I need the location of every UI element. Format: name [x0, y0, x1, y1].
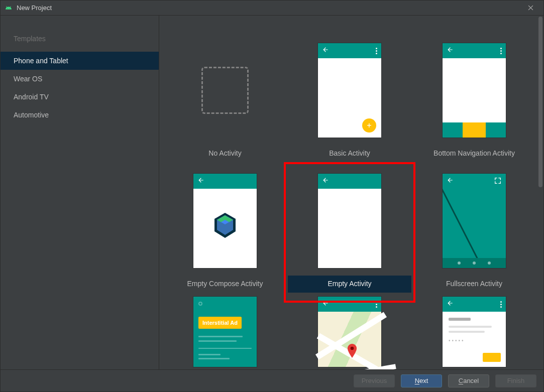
template-google-maps[interactable]: [288, 297, 411, 367]
sidebar-item-android-tv[interactable]: Android TV: [1, 88, 159, 106]
action-button-icon: [483, 353, 501, 362]
phone-preview: Interstitial Ad: [193, 297, 257, 367]
jetpack-compose-icon: [212, 212, 238, 241]
overflow-menu-icon: [376, 48, 377, 54]
close-button[interactable]: [521, 1, 539, 15]
template-basic-activity[interactable]: + Basic Activity: [288, 36, 411, 162]
next-button[interactable]: Next: [401, 374, 442, 387]
new-project-dialog: New Project Templates Phone and Tablet W…: [0, 0, 544, 392]
previous-button[interactable]: Previous: [354, 374, 395, 387]
back-arrow-icon: [447, 300, 454, 309]
phone-preview: [443, 174, 506, 268]
scrollbar[interactable]: [538, 17, 542, 187]
phone-preview: [443, 43, 506, 138]
nav-dots-icon: [443, 258, 506, 268]
phone-preview: [318, 297, 381, 367]
svg-point-4: [351, 347, 354, 350]
titlebar: New Project: [1, 1, 543, 16]
window-title: New Project: [17, 4, 52, 12]
template-grid: No Activity +: [163, 36, 533, 367]
back-arrow-icon: [447, 46, 454, 55]
sidebar-item-wear-os[interactable]: Wear OS: [1, 70, 159, 88]
phone-preview: +: [318, 43, 381, 138]
dashed-placeholder-icon: [201, 67, 249, 114]
bottom-nav-icon: [443, 122, 506, 138]
template-label: Empty Activity: [288, 276, 411, 293]
android-icon: [5, 4, 13, 12]
sidebar-header: Templates: [1, 31, 159, 52]
template-label: Bottom Navigation Activity: [412, 145, 536, 162]
overflow-menu-icon: [500, 301, 502, 308]
cancel-button[interactable]: Cancel: [448, 374, 489, 387]
template-label: Fullscreen Activity: [412, 276, 536, 293]
template-interstitial-ad[interactable]: Interstitial Ad: [163, 297, 287, 367]
back-arrow-icon: [322, 177, 329, 186]
phone-preview: •••••: [443, 297, 506, 367]
back-arrow-icon: [197, 177, 204, 186]
template-grid-container: No Activity +: [159, 16, 537, 369]
template-master-detail[interactable]: •••••: [412, 297, 536, 367]
diagonal-decoration: [443, 185, 506, 258]
template-label: No Activity: [163, 145, 287, 162]
finish-button[interactable]: Finish: [495, 374, 536, 387]
ellipsis-icon: •••••: [449, 338, 500, 343]
template-empty-activity[interactable]: Empty Activity: [288, 166, 411, 293]
template-bottom-navigation[interactable]: Bottom Navigation Activity: [412, 36, 536, 162]
back-arrow-icon: [322, 300, 329, 309]
status-indicator-icon: [198, 302, 202, 306]
template-empty-compose[interactable]: Empty Compose Activity: [163, 166, 287, 293]
map-pin-icon: [347, 344, 357, 360]
template-no-activity[interactable]: No Activity: [163, 36, 287, 162]
phone-preview: [318, 174, 381, 268]
ad-badge: Interstitial Ad: [198, 317, 242, 329]
close-icon: [528, 5, 533, 11]
phone-preview: [193, 174, 257, 268]
sidebar-item-phone-tablet[interactable]: Phone and Tablet: [1, 52, 159, 70]
overflow-menu-icon: [376, 301, 377, 308]
dialog-body: Templates Phone and Tablet Wear OS Andro…: [1, 16, 543, 369]
template-label: Basic Activity: [288, 145, 411, 162]
fab-plus-icon: +: [362, 118, 376, 133]
back-arrow-icon: [322, 46, 329, 55]
template-label: Empty Compose Activity: [163, 276, 287, 293]
content-area: No Activity +: [159, 16, 543, 369]
dialog-footer: Previous Next Cancel Finish: [1, 369, 543, 391]
sidebar-item-automotive[interactable]: Automotive: [1, 106, 159, 124]
template-fullscreen[interactable]: Fullscreen Activity: [412, 166, 536, 293]
sidebar: Templates Phone and Tablet Wear OS Andro…: [1, 16, 159, 369]
overflow-menu-icon: [500, 48, 502, 54]
